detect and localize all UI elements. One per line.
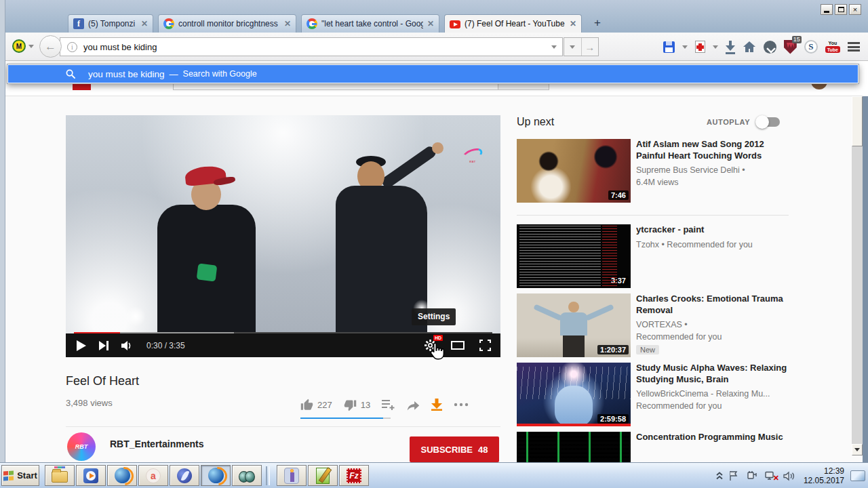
back-arrow-icon: ← bbox=[45, 40, 56, 54]
taskbar-mediaplayer-button[interactable] bbox=[76, 465, 106, 486]
tab-close-icon[interactable]: ✕ bbox=[284, 19, 291, 28]
volume-icon[interactable] bbox=[121, 340, 134, 351]
taskbar: Start a Fz ✕ 12:39 12.05.2017 bbox=[0, 462, 868, 488]
flag-icon bbox=[729, 470, 741, 481]
taskbar-firefox-button[interactable] bbox=[107, 465, 137, 486]
thumb-up-icon bbox=[300, 399, 313, 411]
taskbar-notepad-button[interactable] bbox=[308, 465, 338, 486]
video-frame[interactable]: RBT bbox=[66, 115, 500, 333]
duration-badge: 1:20:37 bbox=[597, 345, 629, 354]
tab-close-icon[interactable]: ✕ bbox=[141, 19, 148, 28]
dislike-button[interactable]: 13 bbox=[344, 399, 370, 411]
video-thumbnail[interactable]: 7:46 bbox=[517, 139, 631, 203]
suggested-views: 6.4M views bbox=[636, 176, 789, 188]
add-to-playlist-button[interactable] bbox=[382, 399, 395, 410]
tab-close-icon[interactable]: ✕ bbox=[570, 19, 576, 28]
like-button[interactable]: 227 bbox=[300, 399, 332, 411]
video-player[interactable]: RBT Settings 0:30 / 3:35 bbox=[66, 115, 500, 357]
suggested-video-4[interactable]: 2:59:58 Study Music Alpha Waves: Relaxin… bbox=[517, 363, 789, 426]
scrollbar-down-button[interactable] bbox=[852, 444, 863, 455]
suggested-video-2[interactable]: 3:37 ytcracker - paint Tzohx • Recommend… bbox=[517, 224, 789, 288]
taskbar-filezilla-button[interactable]: Fz bbox=[339, 465, 369, 486]
url-input[interactable] bbox=[83, 42, 551, 52]
video-thumbnail[interactable]: 3:37 bbox=[517, 224, 631, 288]
home-button[interactable] bbox=[743, 41, 756, 53]
maximize-button[interactable] bbox=[835, 4, 847, 15]
video-thumbnail[interactable]: 2:59:58 bbox=[517, 363, 631, 426]
taskbar-feather-app-button[interactable] bbox=[170, 465, 199, 486]
suggested-title[interactable]: ytcracker - paint bbox=[636, 224, 789, 236]
new-tab-button[interactable]: + bbox=[589, 16, 606, 30]
s-extension-button[interactable]: S bbox=[804, 40, 818, 54]
fullscreen-button[interactable] bbox=[479, 340, 491, 351]
tab-close-icon[interactable]: ✕ bbox=[427, 19, 434, 28]
suggested-title[interactable]: Atif Aslam new Sad Song 2012 Painful Hea… bbox=[636, 139, 789, 161]
tray-clock[interactable]: 12:39 12.05.2017 bbox=[804, 466, 844, 485]
save-dropdown-icon[interactable] bbox=[682, 45, 688, 49]
taskbar-amigo-button[interactable]: a bbox=[138, 465, 168, 486]
tray-expand-button[interactable] bbox=[716, 472, 723, 480]
close-button[interactable]: × bbox=[849, 4, 861, 15]
more-actions-button[interactable] bbox=[454, 403, 469, 407]
history-dropdown-button[interactable] bbox=[564, 38, 581, 56]
power-tray-button[interactable] bbox=[747, 470, 758, 481]
taskbar-candle-app-button[interactable] bbox=[277, 465, 307, 486]
tab-google-brightness[interactable]: controll monitor bricghtness ✕ bbox=[158, 14, 296, 33]
video-thumbnail[interactable] bbox=[517, 432, 631, 462]
scrollbar-thumb[interactable] bbox=[852, 96, 863, 146]
add-page-dropdown-icon[interactable] bbox=[713, 45, 718, 49]
youtube-logo[interactable] bbox=[73, 83, 91, 90]
autoplay-label: AUTOPLAY bbox=[707, 118, 750, 126]
taskbar-firefox-active-button[interactable] bbox=[201, 465, 231, 486]
minimize-button[interactable] bbox=[821, 4, 833, 15]
sentiment-fill bbox=[300, 418, 383, 419]
suggested-video-1[interactable]: 7:46 Atif Aslam new Sad Song 2012 Painfu… bbox=[517, 139, 789, 203]
url-dropdown-icon[interactable] bbox=[551, 45, 557, 49]
next-button[interactable] bbox=[99, 341, 108, 350]
share-button[interactable] bbox=[407, 399, 420, 411]
action-center-button[interactable] bbox=[729, 470, 741, 481]
back-button[interactable]: ← bbox=[39, 35, 62, 58]
volume-tray-button[interactable] bbox=[783, 471, 795, 481]
arrow-down-icon bbox=[854, 448, 860, 451]
suggested-title[interactable]: Study Music Alpha Waves: Relaxing Studyi… bbox=[636, 363, 789, 385]
play-button[interactable] bbox=[77, 340, 86, 351]
forward-button[interactable]: → bbox=[581, 38, 599, 56]
show-desktop-button[interactable] bbox=[850, 470, 865, 481]
tab-youtube-active[interactable]: (7) Feel Of Heart - YouTube ✕ bbox=[444, 14, 582, 33]
suggested-title[interactable]: Concentration Programming Music bbox=[636, 432, 789, 443]
page-info-icon[interactable]: i bbox=[67, 42, 77, 52]
folder-icon bbox=[52, 471, 68, 483]
youtube-extension-button[interactable]: You Tube bbox=[825, 41, 840, 53]
taskbar-explorer-button[interactable] bbox=[45, 465, 75, 486]
pocket-button[interactable] bbox=[764, 41, 776, 54]
share-icon bbox=[407, 399, 420, 411]
taskbar-separator bbox=[266, 466, 270, 485]
save-page-button[interactable] bbox=[663, 41, 675, 53]
adblock-badge: 15 bbox=[792, 36, 802, 43]
adblock-button[interactable]: 15 bbox=[784, 40, 797, 54]
search-suggestion-row[interactable]: you must be kiding — Search with Google bbox=[8, 65, 858, 83]
tab-google-heart[interactable]: "let heart take control - Goog ✕ bbox=[301, 14, 439, 33]
tab-facebook[interactable]: f (5) Tomponzi - New Global In ✕ bbox=[68, 14, 153, 33]
channel-avatar[interactable]: RBT bbox=[67, 432, 96, 461]
start-button[interactable]: Start bbox=[1, 465, 39, 486]
autoplay-toggle[interactable] bbox=[757, 117, 780, 127]
network-tray-button[interactable]: ✕ bbox=[764, 471, 777, 481]
video-thumbnail[interactable]: 1:20:37 bbox=[517, 293, 631, 357]
taskbar-search-tool-button[interactable] bbox=[232, 465, 262, 486]
add-page-button[interactable] bbox=[695, 41, 705, 53]
suggested-title[interactable]: Charles Crooks: Emotional Trauma Removal bbox=[636, 293, 789, 316]
channel-name[interactable]: RBT_Entertainments bbox=[110, 439, 203, 449]
youtube-logo-bottom: Tube bbox=[825, 46, 840, 53]
extension-m-button[interactable]: M bbox=[12, 39, 34, 53]
downloads-button[interactable] bbox=[726, 41, 735, 53]
subscribe-button[interactable]: SUBSCRIBE 48 bbox=[410, 436, 499, 462]
menu-button[interactable] bbox=[848, 42, 860, 52]
page-scrollbar[interactable] bbox=[852, 96, 863, 455]
download-button[interactable] bbox=[431, 399, 442, 411]
url-bar[interactable]: i bbox=[60, 37, 563, 56]
theater-mode-button[interactable] bbox=[451, 341, 465, 350]
suggested-video-5[interactable]: Concentration Programming Music bbox=[517, 432, 789, 462]
suggested-video-3[interactable]: 1:20:37 Charles Crooks: Emotional Trauma… bbox=[517, 293, 789, 357]
